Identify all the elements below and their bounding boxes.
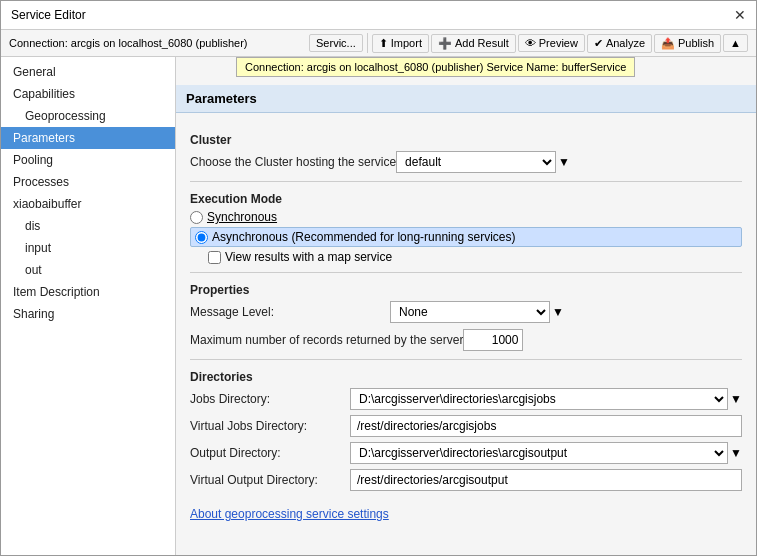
expand-button[interactable]: ▲ [723, 34, 748, 52]
sidebar-item-pooling[interactable]: Pooling [1, 149, 175, 171]
execution-mode-label: Execution Mode [190, 192, 742, 206]
sidebar-item-processes[interactable]: Processes [1, 171, 175, 193]
async-radio[interactable] [195, 231, 208, 244]
cluster-select[interactable]: default [396, 151, 556, 173]
title-bar: Service Editor ✕ [1, 1, 756, 30]
max-records-input[interactable] [463, 329, 523, 351]
sidebar-item-parameters[interactable]: Parameters [1, 127, 175, 149]
analyze-button[interactable]: ✔ Analyze [587, 34, 652, 53]
output-dir-label: Output Directory: [190, 446, 350, 460]
window-title: Service Editor [11, 8, 86, 22]
virtual-output-row: Virtual Output Directory: [190, 469, 742, 491]
properties-section-label: Properties [190, 283, 742, 297]
panel-header: Parameters [176, 85, 756, 113]
async-radio-row: Asynchronous (Recommended for long-runni… [190, 227, 742, 247]
cluster-section-label: Cluster [190, 133, 742, 147]
cluster-row: Choose the Cluster hosting the service d… [190, 151, 742, 173]
message-level-row: Message Level: None ▼ [190, 301, 742, 323]
cluster-dropdown-arrow: ▼ [558, 155, 570, 169]
jobs-dir-select[interactable]: D:\arcgisserver\directories\arcgisjobs [350, 388, 728, 410]
sync-radio-row: Synchronous [190, 210, 742, 224]
message-level-arrow: ▼ [552, 305, 564, 319]
virtual-output-label: Virtual Output Directory: [190, 473, 350, 487]
sidebar-item-out[interactable]: out [1, 259, 175, 281]
toolbar-separator [367, 33, 368, 53]
divider2 [190, 272, 742, 273]
jobs-dir-label: Jobs Directory: [190, 392, 350, 406]
geoprocessing-settings-link[interactable]: About geoprocessing service settings [190, 507, 389, 521]
virtual-jobs-label: Virtual Jobs Directory: [190, 419, 350, 433]
panel: Connection: arcgis on localhost_6080 (pu… [176, 57, 756, 555]
sidebar-item-xiaobaibuffer[interactable]: xiaobaibuffer [1, 193, 175, 215]
add-result-button[interactable]: ➕ Add Result [431, 34, 516, 53]
preview-button[interactable]: 👁 Preview [518, 34, 585, 52]
virtual-output-input[interactable] [350, 469, 742, 491]
sidebar-item-general[interactable]: General [1, 61, 175, 83]
sync-label: Synchronous [207, 210, 277, 224]
sidebar-item-input[interactable]: input [1, 237, 175, 259]
preview-icon: 👁 [525, 37, 536, 49]
service-button[interactable]: Servic... [309, 34, 363, 52]
cluster-field-label: Choose the Cluster hosting the service [190, 155, 396, 169]
service-editor-window: Service Editor ✕ Connection: arcgis on l… [0, 0, 757, 556]
toolbar-connection-label: Connection: arcgis on localhost_6080 (pu… [9, 37, 307, 49]
publish-icon: 📤 [661, 37, 675, 50]
close-button[interactable]: ✕ [734, 7, 746, 23]
divider1 [190, 181, 742, 182]
output-dir-row: Output Directory: D:\arcgisserver\direct… [190, 442, 742, 464]
import-icon: ⬆ [379, 37, 388, 50]
toolbar: Connection: arcgis on localhost_6080 (pu… [1, 30, 756, 57]
sidebar-item-dis[interactable]: dis [1, 215, 175, 237]
message-level-label: Message Level: [190, 305, 390, 319]
virtual-jobs-input[interactable] [350, 415, 742, 437]
sidebar-item-capabilities[interactable]: Capabilities [1, 83, 175, 105]
output-dir-arrow: ▼ [730, 446, 742, 460]
jobs-dir-arrow: ▼ [730, 392, 742, 406]
directories-section-label: Directories [190, 370, 742, 384]
view-results-label: View results with a map service [225, 250, 392, 264]
divider3 [190, 359, 742, 360]
sidebar-item-geoprocessing[interactable]: Geoprocessing [1, 105, 175, 127]
publish-button[interactable]: 📤 Publish [654, 34, 721, 53]
sidebar-item-item-description[interactable]: Item Description [1, 281, 175, 303]
message-level-select[interactable]: None [390, 301, 550, 323]
sidebar: General Capabilities Geoprocessing Param… [1, 57, 176, 555]
virtual-jobs-row: Virtual Jobs Directory: [190, 415, 742, 437]
add-result-icon: ➕ [438, 37, 452, 50]
max-records-row: Maximum number of records returned by th… [190, 329, 742, 351]
sync-radio[interactable] [190, 211, 203, 224]
link-row: About geoprocessing service settings [190, 507, 742, 521]
output-dir-select[interactable]: D:\arcgisserver\directories\arcgisoutput [350, 442, 728, 464]
import-button[interactable]: ⬆ Import [372, 34, 429, 53]
view-results-checkbox[interactable] [208, 251, 221, 264]
main-content: General Capabilities Geoprocessing Param… [1, 57, 756, 555]
max-records-label: Maximum number of records returned by th… [190, 333, 463, 347]
async-label: Asynchronous (Recommended for long-runni… [212, 230, 515, 244]
view-results-row: View results with a map service [208, 250, 742, 264]
tooltip-bar: Connection: arcgis on localhost_6080 (pu… [236, 57, 635, 77]
panel-body: Cluster Choose the Cluster hosting the s… [176, 113, 756, 531]
jobs-dir-row: Jobs Directory: D:\arcgisserver\director… [190, 388, 742, 410]
sidebar-item-sharing[interactable]: Sharing [1, 303, 175, 325]
analyze-icon: ✔ [594, 37, 603, 50]
